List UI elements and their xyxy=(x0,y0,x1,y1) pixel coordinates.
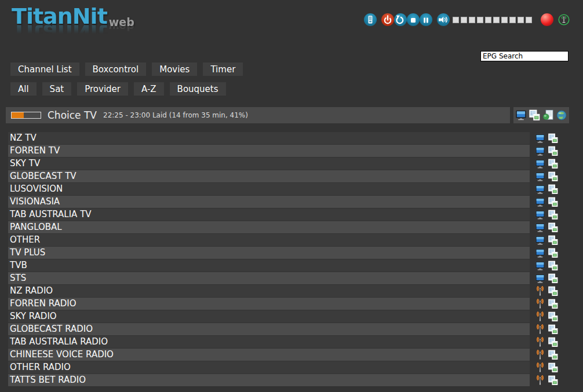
tv-icon[interactable] xyxy=(535,210,545,220)
tab-timer[interactable]: Timer xyxy=(203,63,243,76)
channel-row-bar[interactable]: NZ TV xyxy=(8,132,530,144)
radio-icon[interactable] xyxy=(535,337,545,347)
volume-segment[interactable] xyxy=(526,17,532,23)
epg-search-input[interactable] xyxy=(480,51,569,61)
power-button[interactable] xyxy=(381,13,394,26)
tv-icon[interactable] xyxy=(535,248,545,258)
tv-icon[interactable] xyxy=(535,235,545,246)
filter-all[interactable]: All xyxy=(10,82,37,96)
pause-button[interactable] xyxy=(420,13,432,26)
epg-copy-icon[interactable] xyxy=(548,235,558,246)
channel-row: SKY RADIO xyxy=(8,310,583,323)
volume-segment[interactable] xyxy=(518,17,524,23)
volume-mute-button[interactable] xyxy=(437,13,450,26)
epg-copy-icon[interactable] xyxy=(548,261,558,271)
channel-row-bar[interactable]: SKY RADIO xyxy=(8,310,530,323)
epg-copy-icon[interactable] xyxy=(529,109,540,121)
channel-row: TV PLUS xyxy=(8,247,583,259)
channel-row-bar[interactable]: CHINEESE VOICE RADIO xyxy=(8,349,530,361)
volume-segment[interactable] xyxy=(469,17,475,23)
channel-row-bar[interactable]: STS xyxy=(8,272,530,284)
epg-copy-icon[interactable] xyxy=(548,222,558,233)
channel-row: OTHER xyxy=(8,234,583,246)
epg-copy-icon[interactable] xyxy=(548,324,558,335)
epg-copy-icon[interactable] xyxy=(548,273,558,284)
channel-row-bar[interactable]: TATTS BET RADIO xyxy=(8,374,530,386)
epg-copy-icon[interactable] xyxy=(548,362,558,373)
volume-segment[interactable] xyxy=(493,17,500,23)
radio-icon[interactable] xyxy=(535,350,545,360)
channel-row-bar[interactable]: TAB AUSTRALIA TV xyxy=(8,208,530,221)
filter-sat[interactable]: Sat xyxy=(42,82,72,96)
epg-copy-icon[interactable] xyxy=(548,210,558,220)
tv-icon[interactable] xyxy=(535,146,545,156)
channel-row-bar[interactable]: OTHER xyxy=(8,234,530,246)
tv-icon[interactable] xyxy=(535,171,545,182)
epg-copy-icon[interactable] xyxy=(548,350,558,360)
channel-row-bar[interactable]: FORREN RADIO xyxy=(8,298,530,310)
radio-icon[interactable] xyxy=(535,299,545,309)
epg-copy-icon[interactable] xyxy=(548,184,558,195)
tv-icon[interactable] xyxy=(535,273,545,284)
tv-screen-icon[interactable] xyxy=(515,109,527,121)
epg-copy-icon[interactable] xyxy=(548,197,558,207)
epg-copy-icon[interactable] xyxy=(548,299,558,309)
channel-row-bar[interactable]: SKY TV xyxy=(8,157,530,170)
channel-row-bar[interactable]: TV PLUS xyxy=(8,247,530,259)
epg-copy-icon[interactable] xyxy=(548,171,558,182)
channel-row-bar[interactable]: FORREN TV xyxy=(8,145,530,157)
epg-copy-icon[interactable] xyxy=(548,159,558,169)
channel-row-bar[interactable]: OTHER RADIO xyxy=(8,361,530,373)
channel-row: SKY TV xyxy=(8,157,583,170)
volume-segment[interactable] xyxy=(485,17,491,23)
reload-button[interactable] xyxy=(394,13,407,26)
volume-segment[interactable] xyxy=(501,17,508,23)
stream-button[interactable] xyxy=(558,13,570,26)
volume-segment[interactable] xyxy=(477,17,483,23)
volume-segment[interactable] xyxy=(509,17,516,23)
epg-copy-icon[interactable] xyxy=(548,337,558,347)
tv-icon[interactable] xyxy=(535,197,545,207)
radio-icon[interactable] xyxy=(535,286,545,296)
epg-copy-icon[interactable] xyxy=(548,146,558,156)
epg-copy-icon[interactable] xyxy=(548,375,558,386)
epg-copy-icon[interactable] xyxy=(548,312,558,322)
stop-button[interactable] xyxy=(407,13,420,26)
tab-channel-list[interactable]: Channel List xyxy=(10,63,79,76)
channel-row: NZ TV xyxy=(8,132,583,144)
filter-a-z[interactable]: A-Z xyxy=(134,82,164,96)
tv-icon[interactable] xyxy=(535,159,545,169)
remote-control-button[interactable] xyxy=(364,13,377,26)
channel-row-bar[interactable]: GLOBECAST TV xyxy=(8,170,530,182)
channel-row-bar[interactable]: PANGLOBAL xyxy=(8,221,530,233)
channel-name: NZ TV xyxy=(10,133,37,143)
tab-movies[interactable]: Movies xyxy=(152,63,197,76)
filter-bouquets[interactable]: Bouquets xyxy=(170,82,226,96)
tv-icon[interactable] xyxy=(535,261,545,271)
tab-boxcontrol[interactable]: Boxcontrol xyxy=(85,63,147,76)
channel-row-bar[interactable]: LUSOVISION xyxy=(8,183,530,195)
radio-icon[interactable] xyxy=(535,312,545,322)
globe-icon[interactable] xyxy=(556,109,567,121)
volume-bar xyxy=(453,17,532,23)
channel-row-bar[interactable]: GLOBECAST RADIO xyxy=(8,323,530,335)
tv-icon[interactable] xyxy=(535,222,545,233)
tv-icon[interactable] xyxy=(535,184,545,195)
tv-icon[interactable] xyxy=(535,133,545,144)
epg-copy-icon[interactable] xyxy=(548,133,558,144)
record-button[interactable] xyxy=(541,13,553,26)
channel-row-bar[interactable]: VISIONASIA xyxy=(8,196,530,208)
volume-segment[interactable] xyxy=(453,17,459,23)
filter-provider[interactable]: Provider xyxy=(77,82,128,96)
epg-web-icon[interactable] xyxy=(542,109,554,121)
channel-row-bar[interactable]: TVB xyxy=(8,259,530,272)
radio-icon[interactable] xyxy=(535,375,545,386)
channel-row-bar[interactable]: NZ RADIO xyxy=(8,285,530,297)
channel-row-bar[interactable]: TAB AUSTRALIA RADIO xyxy=(8,336,530,348)
channel-name: TATTS BET RADIO xyxy=(10,375,86,385)
volume-segment[interactable] xyxy=(461,17,467,23)
radio-icon[interactable] xyxy=(535,362,545,373)
epg-copy-icon[interactable] xyxy=(548,286,558,296)
epg-copy-icon[interactable] xyxy=(548,248,558,258)
radio-icon[interactable] xyxy=(535,324,545,335)
